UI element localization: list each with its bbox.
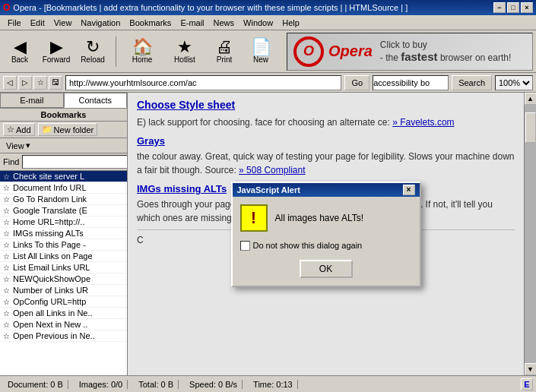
menu-help[interactable]: Help [278, 17, 304, 29]
find-label: Find [3, 157, 19, 166]
tab-email[interactable]: E-mail [0, 93, 64, 108]
banner-text: Click to buy - the fastest browser on ea… [380, 40, 511, 63]
nav-icon-2[interactable]: ▷ [18, 76, 32, 90]
sidebar-actions: ☆ Add 📁 New folder [0, 122, 127, 138]
maximize-button[interactable]: □ [507, 2, 519, 13]
status-time: Time: 0:13 [249, 380, 298, 389]
hotlist-button[interactable]: ★ Hotlist [165, 36, 205, 66]
modal-checkbox[interactable] [240, 241, 250, 251]
print-button[interactable]: 🖨 Print [208, 36, 241, 66]
nav-icon-3[interactable]: ☆ [33, 76, 47, 90]
view-button[interactable]: View ▾ [3, 140, 33, 151]
zoom-select[interactable]: 100% [495, 75, 533, 90]
menu-file[interactable]: File [3, 17, 26, 29]
opera-circle-logo: O [293, 36, 324, 67]
tab-contacts[interactable]: Contacts [64, 93, 128, 108]
modal-checkbox-row: Do not show this dialog again [240, 241, 412, 251]
content-pane: Choose Style sheet E) lack support for c… [128, 93, 524, 375]
bookmark-icon: ☆ [3, 298, 10, 306]
opera-text: Opera [328, 43, 373, 60]
modal-icon-row: ! All images have ALTs! [240, 204, 412, 232]
menu-window[interactable]: Window [239, 17, 278, 29]
list-item[interactable]: ☆IMGs missing ALTs [0, 228, 127, 239]
banner-line1: Click to buy [380, 40, 511, 50]
list-item[interactable]: ☆Go To Random Link [0, 194, 127, 205]
bookmark-icon: ☆ [3, 252, 10, 261]
address-bar-icons: ◁ ▷ ☆ 🖫 [3, 76, 62, 90]
forward-label: Forward [43, 55, 71, 64]
menu-email[interactable]: E-mail [176, 17, 208, 29]
list-item[interactable]: ☆Open Previous in Ne.. [0, 330, 127, 342]
new-icon: 📄 [251, 39, 271, 55]
minimize-button[interactable]: − [493, 2, 506, 13]
list-item[interactable]: ☆Open Next in New .. [0, 319, 127, 330]
bookmark-icon: ☆ [3, 309, 10, 318]
nav-icon-1[interactable]: ◁ [3, 76, 17, 90]
bookmark-icon: ☆ [3, 332, 10, 340]
modal-ok-button[interactable]: OK [300, 260, 353, 278]
back-label: Back [11, 55, 28, 64]
list-item[interactable]: ☆List Email Links URL [0, 262, 127, 273]
navigation-toolbar: ◀ Back ▶ Forward ↻ Reload 🏠 Home ★ Hotli… [0, 30, 536, 73]
modal-btn-row: OK [240, 260, 412, 278]
list-item[interactable]: ☆Document Info URL [0, 182, 127, 194]
list-item[interactable]: ☆Links To this Page - [0, 239, 127, 251]
back-icon: ◀ [14, 39, 27, 55]
go-button[interactable]: Go [344, 75, 369, 90]
menu-bookmarks[interactable]: Bookmarks [125, 17, 176, 29]
bookmark-icon: ☆ [3, 184, 10, 192]
status-speed: Speed: 0 B/s [185, 380, 243, 389]
opera-banner[interactable]: O Opera Click to buy - the fastest brows… [287, 33, 533, 71]
list-item[interactable]: ☆NEWQuickShowOpe [0, 273, 127, 285]
bookmark-icon: ☆ [3, 218, 10, 226]
reload-button[interactable]: ↻ Reload [76, 36, 109, 66]
menu-view[interactable]: View [49, 17, 77, 29]
close-button[interactable]: × [521, 2, 533, 13]
title-text: Opera - [Bookmarklets | add extra functi… [13, 3, 408, 12]
modal-body: ! All images have ALTs! Do not show this… [233, 197, 420, 286]
home-icon: 🏠 [132, 39, 153, 55]
modal-message: All images have ALTs! [275, 213, 364, 223]
sidebar: E-mail Contacts Bookmarks ☆ Add 📁 New fo… [0, 93, 128, 375]
scroll-track[interactable] [525, 105, 536, 363]
bookmark-icon: ☆ [3, 286, 10, 295]
list-item[interactable]: ☆Home URL=http://.. [0, 217, 127, 228]
list-item[interactable]: ☆Google Translate (E [0, 205, 127, 217]
search-dropdown[interactable] [373, 75, 449, 90]
sidebar-bookmarks-label: Bookmarks [0, 109, 127, 122]
address-bar: ◁ ▷ ☆ 🖫 Go Search 100% [0, 73, 536, 93]
folder-icon: 📁 [42, 125, 52, 134]
scroll-thumb[interactable] [525, 112, 536, 143]
bookmark-icon: ☆ [3, 195, 10, 204]
modal-title: JavaScript Alert [237, 185, 300, 194]
back-button[interactable]: ◀ Back [3, 36, 36, 66]
content-wrapper: Choose Style sheet E) lack support for c… [128, 93, 536, 375]
home-label: Home [132, 55, 153, 64]
new-button[interactable]: 📄 New [244, 36, 278, 66]
modal-checkbox-label: Do not show this dialog again [253, 241, 363, 250]
bookmark-icon: ☆ [3, 264, 10, 272]
scroll-up-button[interactable]: ▲ [525, 93, 537, 105]
home-button[interactable]: 🏠 Home [122, 36, 162, 66]
nav-icon-4[interactable]: 🖫 [49, 76, 62, 90]
menu-news[interactable]: News [209, 17, 239, 29]
status-images: Images: 0/0 [75, 380, 128, 389]
menu-edit[interactable]: Edit [26, 17, 49, 29]
list-item[interactable]: ☆Check site server L [0, 171, 127, 182]
new-folder-button[interactable]: 📁 New folder [38, 123, 98, 136]
list-item[interactable]: ☆Open all Links in Ne.. [0, 308, 127, 319]
find-input[interactable] [22, 155, 128, 169]
forward-icon: ▶ [50, 39, 63, 55]
menu-navigation[interactable]: Navigation [76, 17, 125, 29]
scroll-down-button[interactable]: ▼ [525, 363, 537, 375]
list-item[interactable]: ☆List All Links on Page [0, 251, 127, 262]
list-item[interactable]: ☆Number of Links UR [0, 285, 127, 296]
sidebar-list: ☆Check site server L☆Document Info URL☆G… [0, 171, 127, 375]
search-button[interactable]: Search [452, 75, 492, 90]
add-button[interactable]: ☆ Add [3, 123, 35, 136]
address-input[interactable] [65, 75, 341, 90]
list-item[interactable]: ☆OpConfig URL=http [0, 296, 127, 308]
modal-close-button[interactable]: × [403, 185, 415, 195]
modal-title-bar: JavaScript Alert × [233, 183, 420, 197]
forward-button[interactable]: ▶ Forward [40, 36, 73, 66]
